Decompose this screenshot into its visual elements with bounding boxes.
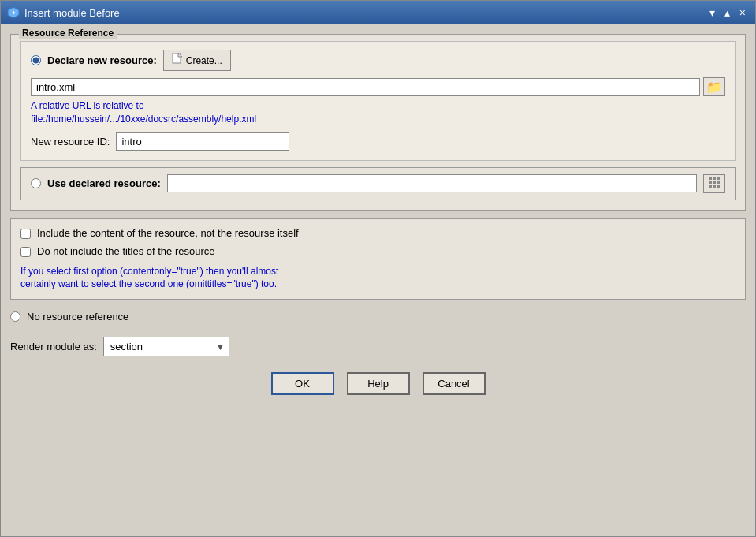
window-title: Insert module Before <box>24 7 120 19</box>
use-declared-radio-row: Use declared resource: <box>31 174 725 193</box>
svg-rect-11 <box>709 185 712 188</box>
titlebar-left: ✦ Insert module Before <box>7 6 120 19</box>
app-icon: ✦ <box>7 6 20 19</box>
render-select[interactable]: section topic appendix chapter <box>103 337 229 356</box>
declared-resource-input[interactable] <box>167 174 697 192</box>
hint-line2: file:/home/hussein/.../10xxe/docsrc/asse… <box>31 114 256 125</box>
svg-rect-9 <box>713 181 716 184</box>
ok-button[interactable]: OK <box>271 372 334 395</box>
svg-rect-8 <box>709 181 712 184</box>
cancel-button[interactable]: Cancel <box>423 372 486 395</box>
declare-new-label: Declare new resource: <box>47 54 157 66</box>
close-button[interactable]: × <box>736 6 749 19</box>
use-declared-section: Use declared resource: <box>20 167 736 200</box>
resource-id-label: New resource ID: <box>31 136 110 147</box>
declared-browse-button[interactable] <box>703 174 725 193</box>
svg-text:✦: ✦ <box>11 9 17 17</box>
declare-new-radio-row: Declare new resource: Create... <box>31 50 725 71</box>
dialog-window: ✦ Insert module Before ▾ ▴ × Resource Re… <box>0 0 756 537</box>
browse-folder-button[interactable]: 📁 <box>703 77 725 96</box>
info-line1: If you select first option (contentonly=… <box>20 266 278 277</box>
hint-line1: A relative URL is relative to <box>31 100 144 111</box>
use-declared-label: Use declared resource: <box>47 177 161 189</box>
render-select-wrapper: section topic appendix chapter ▼ <box>103 337 229 356</box>
include-content-label: Include the content of the resource, not… <box>37 227 299 239</box>
include-content-row: Include the content of the resource, not… <box>20 227 736 239</box>
no-titles-checkbox[interactable] <box>20 247 31 257</box>
group-box-title: Resource Reference <box>19 28 117 39</box>
dialog-content: Resource Reference Declare new resource: <box>1 24 755 536</box>
resource-id-input[interactable] <box>116 132 289 151</box>
include-content-checkbox[interactable] <box>20 229 31 239</box>
help-button[interactable]: Help <box>347 372 410 395</box>
options-section: Include the content of the resource, not… <box>10 218 746 300</box>
maximize-button[interactable]: ▴ <box>721 6 733 19</box>
info-line2: certainly want to select the second one … <box>20 278 277 289</box>
titlebar: ✦ Insert module Before ▾ ▴ × <box>1 1 755 24</box>
declare-new-radio[interactable] <box>31 55 41 65</box>
create-button[interactable]: Create... <box>163 50 231 71</box>
create-button-label: Create... <box>186 55 222 66</box>
no-titles-row: Do not include the titles of the resourc… <box>20 245 736 257</box>
render-row: Render module as: section topic appendix… <box>10 334 746 360</box>
svg-rect-13 <box>717 185 720 188</box>
svg-rect-12 <box>713 185 716 188</box>
file-path-input[interactable] <box>31 78 700 96</box>
file-input-row: 📁 <box>31 77 725 96</box>
no-resource-radio[interactable] <box>10 311 20 322</box>
create-icon <box>172 53 183 68</box>
options-info-text: If you select first option (contentonly=… <box>20 265 736 292</box>
svg-rect-7 <box>717 177 720 180</box>
svg-rect-10 <box>717 181 720 184</box>
svg-rect-6 <box>713 177 716 180</box>
render-label: Render module as: <box>10 341 97 352</box>
no-resource-label: No resource reference <box>27 311 128 323</box>
button-row: OK Help Cancel <box>10 367 746 400</box>
svg-rect-5 <box>709 177 712 180</box>
folder-icon: 📁 <box>706 80 722 95</box>
titlebar-controls: ▾ ▴ × <box>706 6 749 19</box>
browse-grid-icon <box>708 176 721 191</box>
no-titles-label: Do not include the titles of the resourc… <box>37 245 214 257</box>
hint-text: A relative URL is relative to file:/home… <box>31 99 725 126</box>
resource-id-row: New resource ID: <box>31 132 725 151</box>
resource-reference-group: Resource Reference Declare new resource: <box>10 34 746 211</box>
no-resource-row: No resource reference <box>10 308 746 326</box>
use-declared-radio[interactable] <box>31 178 41 188</box>
minimize-button[interactable]: ▾ <box>706 6 718 19</box>
